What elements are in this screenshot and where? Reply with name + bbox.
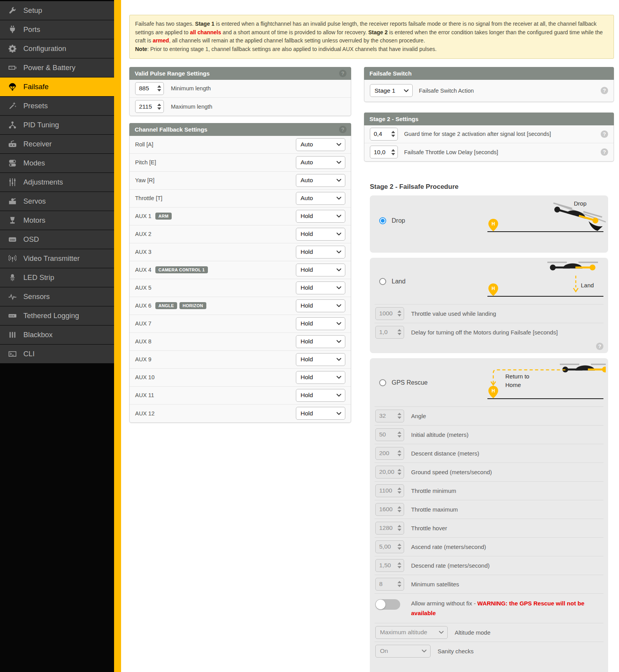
field-label: Guard time for stage 2 activation after … (404, 131, 551, 137)
gps-descend-rate-row: 1,50Descend rate (meters/second) (375, 556, 603, 575)
sidebar-item-sensors[interactable]: Sensors (0, 287, 114, 306)
channel-fallback-select[interactable]: Hold (296, 317, 345, 330)
sidebar-item-osd[interactable]: OSD (0, 230, 114, 249)
channel-fallback-select[interactable]: Hold (296, 389, 345, 402)
channel-fallback-select[interactable]: Hold (296, 407, 345, 420)
help-icon[interactable]: ? (596, 343, 603, 350)
channel-fallback-select[interactable]: Auto (296, 156, 345, 169)
spinner[interactable] (396, 413, 404, 419)
help-icon[interactable]: ? (601, 87, 608, 94)
home-pin-icon (489, 386, 498, 398)
note-footnote: Note: Prior to entering stage 1, channel… (135, 45, 608, 54)
gps-min-satellites-input[interactable]: 8 (375, 578, 404, 591)
help-icon[interactable]: ? (339, 126, 346, 133)
spinner[interactable] (396, 431, 404, 438)
help-icon[interactable]: ? (339, 70, 346, 77)
magic-wand-icon (8, 102, 17, 110)
channel-fallback-select[interactable]: Hold (296, 210, 345, 223)
sidebar-item-receiver[interactable]: Receiver (0, 135, 114, 153)
max-length-input[interactable]: 2115 (135, 100, 164, 113)
throttle-low-delay-input[interactable]: 10,0 (370, 146, 398, 158)
spinner[interactable] (156, 104, 164, 110)
spinner[interactable] (396, 506, 404, 512)
toggles-icon (8, 159, 17, 167)
channel-fallback-select[interactable]: Hold (296, 335, 345, 348)
min-length-input[interactable]: 885 (135, 82, 164, 95)
channel-fallback-select[interactable]: Hold (296, 281, 345, 294)
altitude-mode-select[interactable]: Maximum altitude (375, 626, 448, 639)
sidebar-item-pid-tuning[interactable]: PID Tuning (0, 116, 114, 134)
land-throttle-input[interactable]: 1000 (375, 307, 404, 320)
gps-angle-input[interactable]: 32 (375, 410, 404, 422)
plug-icon (8, 25, 17, 34)
land-motor-delay-input[interactable]: 1,0 (375, 326, 404, 339)
sidebar-item-blackbox[interactable]: Blackbox (0, 325, 114, 344)
sidebar-item-failsafe[interactable]: Failsafe (0, 77, 114, 96)
sidebar-item-setup[interactable]: Setup (0, 1, 114, 20)
chevron-down-icon (336, 376, 341, 379)
gps-descend-rate-input[interactable]: 1,50 (375, 559, 404, 572)
spinner[interactable] (396, 450, 404, 456)
spinner[interactable] (396, 329, 404, 335)
spinner[interactable] (396, 562, 404, 568)
channel-fallback-select[interactable]: Hold (296, 371, 345, 384)
failsafe-switch-action-select[interactable]: Stage 1 (370, 84, 413, 97)
drop-radio[interactable] (379, 217, 386, 224)
gps-throttle-hover-input[interactable]: 1280 (375, 522, 404, 535)
chevron-down-icon (404, 89, 409, 92)
sidebar-item-adjustments[interactable]: Adjustments (0, 173, 114, 192)
spinner[interactable] (396, 469, 404, 475)
spinner[interactable] (390, 149, 397, 155)
help-icon[interactable]: ? (601, 130, 608, 138)
gps-angle-row: 32Angle (375, 406, 603, 425)
sidebar-item-power-battery[interactable]: Power & Battery (0, 58, 114, 77)
sidebar-item-cli[interactable]: CLI (0, 345, 114, 363)
spinner[interactable] (396, 310, 404, 317)
gps-descent-distance-input[interactable]: 200 (375, 447, 404, 460)
sidebar-item-servos[interactable]: Servos (0, 192, 114, 211)
channel-fallback-select[interactable]: Hold (296, 246, 345, 259)
sidebar-item-motors[interactable]: Motors (0, 211, 114, 230)
sidebar-item-video-transmitter[interactable]: Video Transmitter (0, 249, 114, 268)
channel-fallback-select[interactable]: Hold (296, 353, 345, 366)
allow-arming-toggle[interactable] (375, 599, 400, 610)
channel-fallback-select[interactable]: Auto (296, 138, 345, 151)
motor-icon (8, 216, 17, 225)
sanity-checks-select[interactable]: On (375, 645, 431, 658)
spinner[interactable] (396, 581, 404, 587)
gps-rescue-option[interactable]: GPS Rescue (379, 379, 427, 386)
land-radio[interactable] (379, 278, 386, 285)
guard-time-input[interactable]: 0,4 (370, 128, 398, 141)
sidebar-item-ports[interactable]: Ports (0, 20, 114, 39)
channel-fallback-select[interactable]: Hold (296, 228, 345, 241)
gps-ground-speed-input[interactable]: 20,00 (375, 466, 404, 478)
field-label: Angle (411, 413, 426, 419)
sidebar-item-tethered-logging[interactable]: Tethered Logging (0, 306, 114, 325)
spinner[interactable] (396, 525, 404, 531)
gps-throttle-min-input[interactable]: 1100 (375, 484, 404, 497)
channel-fallback-select[interactable]: Hold (296, 299, 345, 312)
land-option[interactable]: Land (379, 278, 406, 285)
channel-fallback-select[interactable]: Auto (296, 174, 345, 187)
help-icon[interactable]: ? (601, 148, 608, 156)
gps-initial-altitude-input[interactable]: 50 (375, 428, 404, 441)
drop-option[interactable]: Drop (379, 217, 405, 224)
channel-fallback-select[interactable]: Hold (296, 264, 345, 276)
channel-fallback-select[interactable]: Auto (296, 192, 345, 205)
sidebar-item-presets[interactable]: Presets (0, 97, 114, 115)
spinner[interactable] (390, 131, 397, 137)
home-pin-icon (489, 219, 498, 231)
sidebar-item-configuration[interactable]: Configuration (0, 39, 114, 58)
field-label: Ground speed (meters/second) (411, 469, 492, 475)
sidebar-item-label: PID Tuning (23, 121, 59, 129)
spinner[interactable] (396, 544, 404, 550)
sidebar-item-modes[interactable]: Modes (0, 154, 114, 172)
field-label: Delay for turning off the Motors during … (411, 329, 558, 336)
gps-ascend-rate-input[interactable]: 5,00 (375, 540, 404, 553)
sidebar-item-led-strip[interactable]: LED Strip (0, 268, 114, 287)
spinner[interactable] (396, 487, 404, 494)
channel-row-aux2: AUX 2Hold (130, 225, 351, 243)
gps-rescue-radio[interactable] (379, 379, 386, 386)
gps-throttle-max-input[interactable]: 1600 (375, 503, 404, 516)
spinner[interactable] (156, 85, 164, 91)
